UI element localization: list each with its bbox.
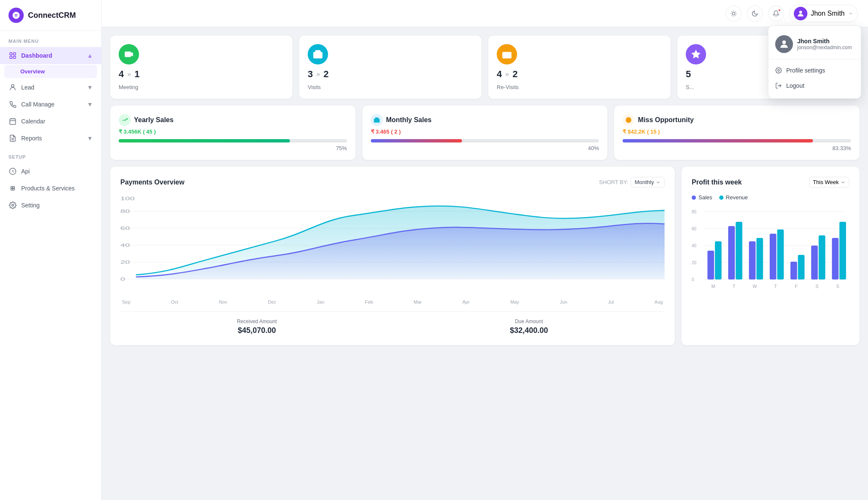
svg-rect-0 [10, 53, 12, 55]
sidebar-item-dashboard[interactable]: Dashboard ▲ [0, 47, 101, 64]
setup-label: SETUP [0, 147, 101, 163]
sidebar-item-call-manage[interactable]: Call Manage ▼ [0, 96, 101, 113]
sales-legend: Sales [692, 194, 712, 201]
svg-rect-58 [832, 238, 839, 279]
meeting-sub-num: 1 [134, 69, 139, 80]
notification-button[interactable] [768, 6, 784, 22]
svg-rect-3 [14, 56, 16, 59]
meeting-main-num: 4 [119, 69, 124, 80]
monthly-filter-select[interactable]: Monthly [631, 177, 665, 187]
revisits-main-num: 4 [497, 69, 502, 80]
yearly-sales-title: Yearly Sales [134, 116, 173, 124]
sidebar-item-reports[interactable]: Reports ▼ [0, 130, 101, 147]
svg-text:40: 40 [692, 243, 696, 248]
payments-chart-header: Payments Overview SHORT BY: Monthly [120, 177, 665, 187]
svg-text:60: 60 [120, 226, 130, 231]
payments-chart-filter: SHORT BY: Monthly [599, 177, 665, 187]
miss-opportunity-card: Miss Opportunity ₹ $42.2K ( 15 ) 83.33% [614, 106, 860, 160]
svg-text:F: F [795, 284, 798, 289]
received-label: Received Amount [237, 318, 277, 324]
due-amount: Due Amount $32,400.00 [510, 318, 548, 335]
lead-label: Lead [21, 84, 34, 91]
theme-dark-button[interactable] [747, 6, 763, 22]
products-services-label: Products & Services [21, 185, 75, 192]
meeting-numbers: 4 » 1 [119, 69, 284, 80]
revisits-icon [497, 44, 517, 64]
logout-item[interactable]: Logout [768, 78, 861, 93]
svg-rect-59 [840, 222, 846, 279]
svg-text:T: T [733, 284, 736, 289]
svg-rect-43 [728, 226, 735, 279]
svg-rect-2 [10, 56, 12, 59]
notification-badge [778, 8, 781, 12]
sidebar-item-calendar[interactable]: Calendar [0, 113, 101, 130]
visits-main-num: 3 [308, 69, 313, 80]
api-icon [8, 167, 17, 176]
yearly-sales-header: Yearly Sales [119, 114, 347, 126]
calendar-label: Calendar [21, 118, 45, 125]
svg-rect-47 [757, 238, 763, 279]
s-main-num: 5 [686, 69, 691, 80]
user-name-label: Jhon Smith [811, 10, 845, 17]
stat-card-revisits: 4 » 2 Re-Visits [488, 36, 670, 99]
s-icon [686, 44, 706, 64]
products-icon [8, 184, 17, 193]
monthly-sales-progress-bg [371, 139, 599, 142]
miss-opp-title: Miss Opportunity [638, 116, 694, 124]
stat-cards-row: 4 » 1 Meeting 3 » 2 Visits [110, 36, 860, 99]
arrows-icon: » [316, 70, 320, 78]
chart-footer: Received Amount $45,070.00 Due Amount $3… [120, 311, 665, 335]
api-label: Api [21, 168, 30, 175]
arrows-icon: » [127, 70, 131, 78]
svg-text:100: 100 [120, 196, 135, 201]
due-label: Due Amount [510, 318, 548, 324]
received-amount: Received Amount $45,070.00 [237, 318, 277, 335]
user-menu-button[interactable]: Jhon Smith [789, 5, 858, 22]
svg-text:0: 0 [120, 277, 125, 282]
sidebar-subitem-overview[interactable]: Overview [4, 65, 97, 78]
yearly-sales-progress-bg [119, 139, 347, 142]
dashboard-icon [8, 51, 17, 60]
topbar: Jhon Smith Jhon Smith jonson@nextadmin.c… [102, 0, 868, 27]
call-icon [8, 100, 17, 109]
chevron-down-icon [656, 180, 661, 185]
miss-opp-header: Miss Opportunity [623, 114, 851, 126]
chart-x-labels: Sep Oct Nov Dec Jan Feb Mar Apr May Jun … [120, 299, 665, 304]
area-chart: 0 20 40 60 80 100 [120, 194, 665, 296]
sidebar-item-lead[interactable]: Lead ▼ [0, 79, 101, 96]
visits-numbers: 3 » 2 [308, 69, 473, 80]
arrows-icon: » [505, 70, 509, 78]
chevron-up-icon: ▲ [87, 52, 93, 59]
svg-point-11 [12, 204, 14, 207]
sidebar-item-setting[interactable]: Setting [0, 197, 101, 214]
monthly-sales-card: Monthly Sales ₹ 3.465 ( 2 ) 40% [362, 106, 608, 160]
svg-rect-5 [10, 119, 16, 125]
settings-icon [775, 67, 782, 74]
miss-opp-progress-fill [623, 139, 813, 142]
svg-point-14 [782, 40, 786, 44]
revenue-legend-dot [719, 196, 723, 200]
svg-text:40: 40 [120, 243, 130, 248]
svg-rect-1 [14, 53, 16, 55]
monthly-sales-progress-fill [371, 139, 462, 142]
svg-rect-52 [790, 262, 797, 279]
miss-opp-progress-bg [623, 139, 851, 142]
revenue-legend-label: Revenue [726, 194, 748, 201]
svg-text:W: W [753, 284, 757, 289]
profile-settings-item[interactable]: Profile settings [768, 63, 861, 78]
avatar [794, 7, 807, 20]
svg-rect-46 [749, 241, 756, 279]
dropdown-avatar [775, 35, 793, 53]
chevron-up-icon [848, 11, 853, 16]
bar-chart-svg: 0 20 40 60 80 100 M T [692, 207, 849, 301]
this-week-filter-select[interactable]: This Week [809, 177, 849, 187]
revenue-legend: Revenue [719, 194, 748, 201]
stat-card-meeting: 4 » 1 Meeting [110, 36, 292, 99]
sidebar-item-products-services[interactable]: Products & Services [0, 180, 101, 197]
sidebar-item-api[interactable]: Api [0, 163, 101, 180]
area-chart-svg: 0 20 40 60 80 100 [120, 194, 665, 296]
theme-light-button[interactable] [726, 6, 742, 22]
sales-cards-row: Yearly Sales ₹ 3.456K ( 45 ) 75% Monthly… [110, 106, 860, 160]
svg-rect-50 [777, 229, 784, 279]
monthly-sales-amount: ₹ 3.465 ( 2 ) [371, 128, 599, 135]
